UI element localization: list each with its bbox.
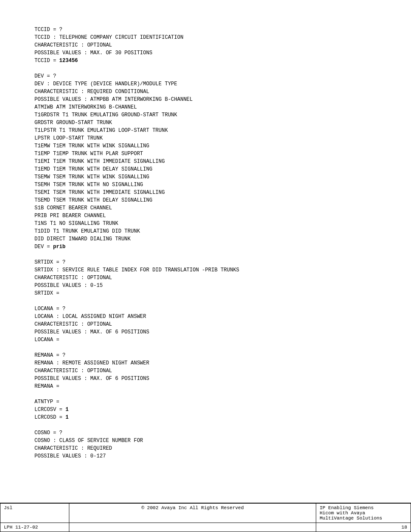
line-dev-t1ns: T1NS T1 NO SIGNALLING TRUNK xyxy=(34,220,377,227)
line-dev-t1did: T1DID T1 TRUNK EMULATING DID TRUNK xyxy=(34,227,377,235)
footer-col3-line2: Hicom with Avaya xyxy=(320,510,365,516)
line-dev-s1b: S1B CORNET BEARER CHANNEL xyxy=(34,204,377,212)
line-dev-tsemi: TSEMI TSEM TRUNK WITH IMMEDIATE SIGNALLI… xyxy=(34,189,377,196)
line-dev-atmpbb: POSSIBLE VALUES : ATMPBB ATM INTERWORKIN… xyxy=(34,96,377,103)
line-atntyp: ATNTYP = xyxy=(34,398,377,406)
line-srtidx-question: SRTIDX = ? xyxy=(34,258,377,266)
footer-col3-row4: 18 xyxy=(316,523,411,532)
line-remana-pv: POSSIBLE VALUES : MAX. OF 6 POSITIONS xyxy=(34,375,377,383)
line-cosno-question: COSNO = ? xyxy=(34,429,377,437)
line-cosno-char: CHARACTERISTIC : REQUIRED xyxy=(34,445,377,452)
blank-2 xyxy=(34,251,377,258)
blank-6 xyxy=(34,421,377,429)
footer-table: Jsl © 2002 Avaya Inc All Rights Reserved… xyxy=(0,503,411,532)
footer-row-2: LPH 11-27-02 18 xyxy=(0,523,411,532)
footer: Jsl © 2002 Avaya Inc All Rights Reserved… xyxy=(0,503,411,532)
footer-col2-row2 xyxy=(69,523,316,532)
line-locana-char: CHARACTERISTIC : OPTIONAL xyxy=(34,320,377,328)
line-locana-question: LOCANA = ? xyxy=(34,305,377,313)
line-remana-question: REMANA = ? xyxy=(34,352,377,359)
line-dev-t1emi: T1EMI T1EM TRUNK WITH IMMEDIATE SIGNALLI… xyxy=(34,158,377,165)
line-remana-desc: REMANA : REMOTE ASSIGNED NIGHT ANSWER xyxy=(34,359,377,367)
line-dev-t1lpstr: T1LPSTR T1 TRUNK EMULATING LOOP-START TR… xyxy=(34,127,377,134)
footer-col1-row2: LPH 11-27-02 xyxy=(0,523,69,532)
lcrcosv-bold-value: 1 xyxy=(65,407,68,413)
blank-5 xyxy=(34,390,377,398)
line-remana-value: REMANA = xyxy=(34,383,377,390)
footer-col3-line3: MultiVantage Solutions xyxy=(320,516,382,521)
main-text-block: TCCID = ? TCCID : TELEPHONE COMPANY CIRC… xyxy=(34,26,377,460)
line-dev-t1grdstr: T1GRDSTR T1 TRUNK EMULATING GROUND-START… xyxy=(34,111,377,119)
line-dev-lpstr: LPSTR LOOP-START TRUNK xyxy=(34,134,377,142)
line-locana-desc: LOCANA : LOCAL ASSIGNED NIGHT ANSWER xyxy=(34,313,377,320)
line-dev-atmiwb: ATMIWB ATM INTERWORKING B-CHANNEL xyxy=(34,103,377,111)
tccid-bold-value: 123456 xyxy=(59,58,78,64)
line-dev-t1emd: T1EMD T1EM TRUNK WITH DELAY SIGNALLING xyxy=(34,165,377,173)
footer-col3-row1: IP Enabling Siemens Hicom with Avaya Mul… xyxy=(316,504,411,523)
dev-bold-value: prib xyxy=(53,244,65,250)
line-dev-did: DID DIRECT INWARD DIALING TRUNK xyxy=(34,235,377,243)
line-srtidx-value: SRTIDX = xyxy=(34,289,377,297)
line-lcrcosd: LCRCOSD = 1 xyxy=(34,414,377,421)
line-dev-tsemw: TSEMW TSEM TRUNK WITH WINK SIGNALLING xyxy=(34,173,377,181)
blank-4 xyxy=(34,344,377,352)
line-tccid-desc: TCCID : TELEPHONE COMPANY CIRCUIT IDENTI… xyxy=(34,34,377,41)
line-tccid-char: CHARACTERISTIC : OPTIONAL xyxy=(34,41,377,49)
line-srtidx-pv: POSSIBLE VALUES : 0-15 xyxy=(34,282,377,289)
line-tccid-pv: POSSIBLE VALUES : MAX. OF 30 POSITIONS xyxy=(34,49,377,57)
line-dev-grdstr: GRDSTR GROUND-START TRUNK xyxy=(34,119,377,127)
blank-3 xyxy=(34,297,377,305)
line-dev-char: CHARACTERISTIC : REQUIRED CONDITIONAL xyxy=(34,88,377,96)
line-dev-question: DEV = ? xyxy=(34,72,377,80)
page-content: TCCID = ? TCCID : TELEPHONE COMPANY CIRC… xyxy=(0,0,411,460)
line-tccid-question: TCCID = ? xyxy=(34,26,377,34)
line-lcrcosv: LCRCOSV = 1 xyxy=(34,406,377,414)
line-srtidx-desc: SRTIDX : SERVICE RULE TABLE INDEX FOR DI… xyxy=(34,266,377,274)
line-dev-t1emp: T1EMP T1EMP TRUNK WITH PLAR SUPPORT xyxy=(34,150,377,158)
line-remana-char: CHARACTERISTIC : OPTIONAL xyxy=(34,367,377,375)
footer-col1-row1: Jsl xyxy=(0,504,69,523)
line-dev-tsemd: TSEMD TSEM TRUNK WITH DELAY SIGNALLING xyxy=(34,196,377,204)
line-cosno-pv: POSSIBLE VALUES : 0-127 xyxy=(34,452,377,460)
line-dev-t1emw: T1EMW T1EM TRUNK WITH WINK SIGNALLING xyxy=(34,142,377,150)
line-dev-value: DEV = prib xyxy=(34,243,377,251)
line-locana-pv: POSSIBLE VALUES : MAX. OF 6 POSITIONS xyxy=(34,328,377,336)
line-dev-prib: PRIB PRI BEARER CHANNEL xyxy=(34,212,377,220)
footer-row-1: Jsl © 2002 Avaya Inc All Rights Reserved… xyxy=(0,504,411,523)
line-cosno-desc: COSNO : CLASS OF SERVICE NUMBER FOR xyxy=(34,437,377,445)
line-dev-tsemh: TSEMH TSEM TRUNK WITH NO SIGNALLING xyxy=(34,181,377,189)
footer-col2-row1: © 2002 Avaya Inc All Rights Reserved xyxy=(69,504,316,523)
blank-1 xyxy=(34,65,377,72)
line-srtidx-char: CHARACTERISTIC : OPTIONAL xyxy=(34,274,377,282)
lcrcosd-bold-value: 1 xyxy=(65,414,68,420)
line-dev-desc: DEV : DEVICE TYPE (DEVICE HANDLER)/MODUL… xyxy=(34,80,377,88)
line-tccid-value: TCCID = 123456 xyxy=(34,57,377,65)
line-locana-value: LOCANA = xyxy=(34,336,377,344)
footer-col3-line1: IP Enabling Siemens xyxy=(320,505,374,510)
